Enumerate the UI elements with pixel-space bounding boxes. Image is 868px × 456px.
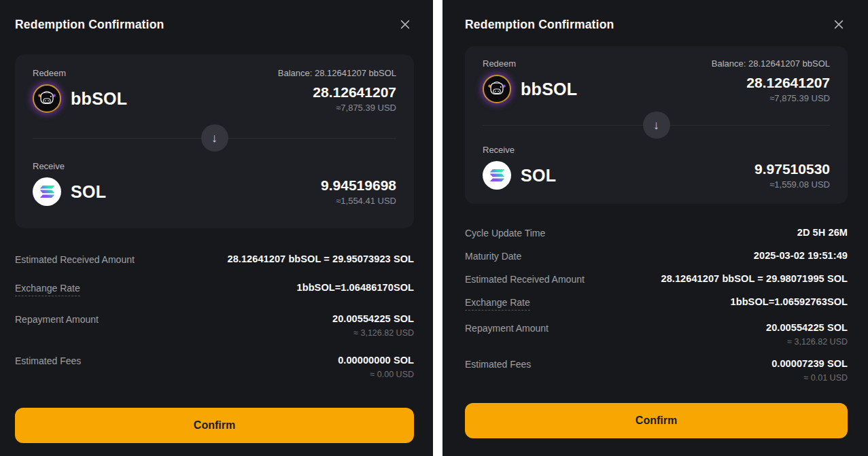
divider-line	[33, 138, 201, 139]
redemption-modal-instant: Redemption Confirmation Redeem Balance: …	[0, 0, 433, 456]
bbsol-token-icon	[483, 75, 511, 103]
redeem-usd-value: ≈7,875.39 USD	[336, 103, 396, 113]
row-value: 2D 5H 26M	[797, 227, 848, 238]
divider-line	[670, 125, 831, 126]
row-value: 0.00000000 SOL	[338, 355, 414, 366]
modal-header: Redemption Confirmation	[15, 0, 414, 37]
receive-label: Receive	[33, 161, 65, 171]
screenshot-divider	[433, 0, 442, 456]
receive-token-symbol: SOL	[521, 166, 556, 186]
modal-title: Redemption Confirmation	[465, 18, 614, 32]
arrow-down-icon: ↓	[643, 111, 670, 139]
row-usd-sub: ≈ 3,126.82 USD	[787, 337, 848, 347]
redeem-token-symbol: bbSOL	[521, 80, 577, 99]
receive-token: SOL	[33, 177, 106, 206]
swap-direction-divider: ↓	[483, 112, 830, 138]
swap-direction-divider: ↓	[33, 124, 396, 152]
confirm-button[interactable]: Confirm	[465, 403, 848, 438]
row-label: Estimated Fees	[465, 358, 531, 370]
row-repayment-amount: Repayment Amount 20.00554225 SOL ≈ 3,126…	[465, 322, 848, 347]
row-value: 20.00554225 SOL	[332, 313, 414, 324]
close-icon	[833, 18, 845, 31]
redeem-label: Redeem	[483, 58, 516, 69]
redeem-header-row: Redeem Balance: 28.12641207 bbSOL	[33, 68, 396, 78]
row-label: Repayment Amount	[465, 322, 549, 334]
balance-text: Balance: 28.12641207 bbSOL	[712, 58, 830, 69]
row-label: Estimated Received Amount	[15, 253, 135, 265]
redemption-modal-cycle: Redemption Confirmation Redeem Balance: …	[442, 0, 868, 456]
row-label: Maturity Date	[465, 250, 521, 262]
row-estimated-fees: Estimated Fees 0.00007239 SOL ≈ 0.01 USD	[465, 358, 848, 383]
row-exchange-rate: Exchange Rate 1bbSOL=1.06592763SOL	[465, 296, 848, 311]
row-value: 28.12641207 bbSOL = 29.98071995 SOL	[661, 273, 848, 284]
arrow-down-icon: ↓	[201, 124, 228, 152]
row-usd-sub: ≈ 0.01 USD	[803, 373, 848, 383]
row-estimated-received-amount: Estimated Received Amount 28.12641207 bb…	[465, 273, 848, 285]
modal-title: Redemption Confirmation	[15, 18, 164, 32]
redeem-label: Redeem	[33, 68, 66, 78]
redeem-amount-col: 28.12641207 ≈7,875.39 USD	[746, 75, 830, 103]
row-exchange-rate: Exchange Rate 1bbSOL=1.06486170SOL	[15, 282, 414, 296]
receive-amount: 9.97510530	[754, 161, 830, 177]
receive-token: SOL	[483, 161, 556, 190]
redeem-token: bbSOL	[33, 84, 127, 113]
sol-token-icon	[33, 177, 61, 206]
receive-token-row: SOL 9.97510530 ≈1,559.08 USD	[483, 159, 830, 192]
divider-line	[228, 138, 397, 139]
row-value: 1bbSOL=1.06592763SOL	[731, 296, 848, 307]
sol-token-icon	[483, 161, 511, 190]
row-label: Cycle Update Time	[465, 227, 545, 239]
redeem-header-row: Redeem Balance: 28.12641207 bbSOL	[483, 58, 830, 69]
redeem-token-row: bbSOL 28.12641207 ≈7,875.39 USD	[483, 73, 830, 105]
receive-amount-col: 9.97510530 ≈1,559.08 USD	[754, 161, 830, 190]
row-maturity-date: Maturity Date 2025-03-02 19:51:49	[465, 250, 848, 262]
balance-text: Balance: 28.12641207 bbSOL	[278, 68, 396, 78]
receive-header-row: Receive	[33, 161, 396, 171]
detail-rows: Cycle Update Time 2D 5H 26M Maturity Dat…	[465, 227, 848, 394]
exchange-rate-label[interactable]: Exchange Rate	[465, 296, 530, 311]
close-icon	[399, 18, 411, 31]
confirm-button[interactable]: Confirm	[15, 408, 414, 443]
row-label: Estimated Received Amount	[465, 273, 585, 285]
close-button[interactable]	[830, 16, 848, 33]
row-value: 28.12641207 bbSOL = 29.95073923 SOL	[228, 253, 415, 264]
row-value: 20.00554225 SOL	[766, 322, 848, 333]
row-usd-sub: ≈ 3,126.82 USD	[353, 328, 414, 338]
detail-rows: Estimated Received Amount 28.12641207 bb…	[15, 253, 414, 396]
redeem-usd-value: ≈7,875.39 USD	[769, 93, 830, 103]
side-by-side-screenshots: Redemption Confirmation Redeem Balance: …	[0, 0, 868, 456]
row-value: 0.00007239 SOL	[771, 358, 848, 369]
row-value: 1bbSOL=1.06486170SOL	[297, 282, 414, 293]
bbsol-token-icon	[33, 84, 61, 113]
receive-token-row: SOL 9.94519698 ≈1,554.41 USD	[33, 175, 396, 208]
modal-header: Redemption Confirmation	[465, 0, 848, 37]
row-estimated-received-amount: Estimated Received Amount 28.12641207 bb…	[15, 253, 414, 265]
row-value: 2025-03-02 19:51:49	[754, 250, 848, 261]
receive-token-symbol: SOL	[71, 182, 106, 202]
receive-usd-value: ≈1,554.41 USD	[336, 196, 396, 206]
receive-header-row: Receive	[483, 145, 830, 155]
redeem-token-row: bbSOL 28.12641207 ≈7,875.39 USD	[33, 82, 396, 115]
receive-label: Receive	[483, 145, 515, 155]
row-label: Estimated Fees	[15, 355, 81, 366]
receive-amount-col: 9.94519698 ≈1,554.41 USD	[321, 177, 396, 206]
row-estimated-fees: Estimated Fees 0.00000000 SOL ≈ 0.00 USD	[15, 355, 414, 379]
swap-summary-card: Redeem Balance: 28.12641207 bbSOL	[15, 54, 414, 228]
row-cycle-update-time: Cycle Update Time 2D 5H 26M	[465, 227, 848, 239]
redeem-token: bbSOL	[483, 75, 577, 103]
row-repayment-amount: Repayment Amount 20.00554225 SOL ≈ 3,126…	[15, 313, 414, 338]
redeem-token-symbol: bbSOL	[71, 89, 127, 109]
row-label: Repayment Amount	[15, 313, 99, 325]
receive-amount: 9.94519698	[321, 177, 396, 194]
swap-summary-card: Redeem Balance: 28.12641207 bbSOL	[465, 46, 848, 204]
close-button[interactable]	[396, 16, 414, 33]
redeem-amount-col: 28.12641207 ≈7,875.39 USD	[313, 84, 396, 113]
redeem-amount: 28.12641207	[313, 84, 396, 101]
receive-usd-value: ≈1,559.08 USD	[769, 179, 830, 190]
redeem-amount: 28.12641207	[746, 75, 830, 91]
divider-line	[483, 125, 643, 126]
row-usd-sub: ≈ 0.00 USD	[370, 370, 414, 379]
exchange-rate-label[interactable]: Exchange Rate	[15, 282, 80, 296]
